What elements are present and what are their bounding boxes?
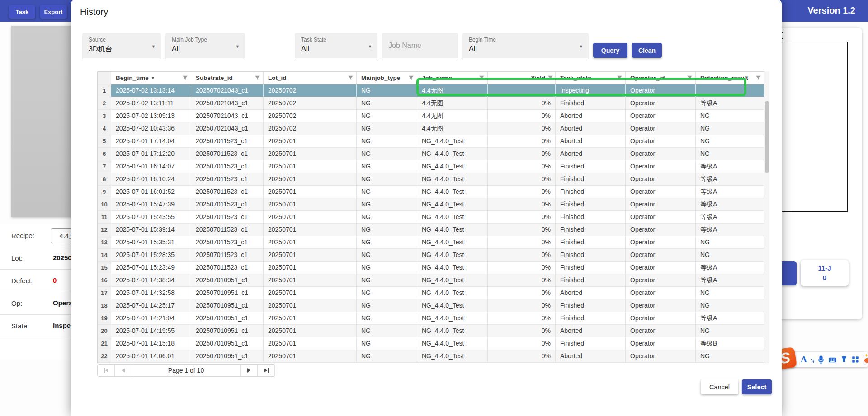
table-row[interactable]: 32025-07-02 13:09:13202507021043_c120250… [98,110,769,122]
job-name-input[interactable] [382,33,458,58]
cell-yield: 0% [488,262,556,274]
column-header-yield[interactable]: Yield [488,72,556,84]
cell-task_state: Aborted [556,287,626,299]
table-row[interactable]: 92025-07-01 16:01:52202507011523_c120250… [98,186,769,198]
task-state-select[interactable]: Task State All ▼ [295,33,377,58]
cell-detection_result: NG [696,325,764,337]
filter-icon[interactable] [479,75,485,81]
cell-job_name: NG_4.4.0_Test [417,337,488,350]
cell-mainjob_type: NG [357,84,417,97]
toolbox-grid-icon[interactable] [851,355,859,364]
cell-lot_id: 20250701 [264,186,357,198]
table-row[interactable]: 22025-07-02 13:11:11202507021043_c120250… [98,97,769,110]
source-select[interactable]: Source 3D机台 ▼ [82,33,161,58]
clean-button[interactable]: Clean [632,43,662,58]
filter-icon[interactable] [408,75,414,81]
table-row[interactable]: 122025-07-01 15:39:14202507011523_c12025… [98,224,769,236]
cell-begin_time: 2025-07-02 13:11:11 [111,97,191,110]
column-header-detection_result[interactable]: Detection_result [696,72,764,84]
cell-operator_id: Operator [626,224,696,236]
query-button[interactable]: Query [593,43,627,58]
filter-icon[interactable] [547,75,553,81]
partial-action-button[interactable] [782,261,797,285]
column-header-begin_time[interactable]: Begin_time▼ [111,72,191,84]
table-row[interactable]: 182025-07-01 14:25:17202507010951_c12025… [98,299,769,312]
begin-time-value: All [469,45,477,53]
first-page-button[interactable] [98,365,115,376]
slot-11j-button[interactable]: 11-J 0 [801,260,849,286]
emoji-blob [864,358,868,363]
cell-substrate_id: 202507021043_c1 [191,84,264,97]
scrollbar-thumb[interactable] [765,101,769,173]
cell-detection_result: NG [696,110,764,122]
source-label: Source [89,37,106,43]
slot-label-line2: 0 [823,274,826,281]
source-value: 3D机台 [89,45,112,54]
microphone-icon[interactable] [817,355,825,364]
column-header-mainjob_type[interactable]: Mainjob_type [357,72,417,84]
skin-icon[interactable] [840,355,848,364]
table-row[interactable]: 112025-07-01 15:43:55202507011523_c12025… [98,211,769,224]
table-row[interactable]: 132025-07-01 15:35:31202507011523_c12025… [98,236,769,249]
table-row[interactable]: 172025-07-01 14:32:58202507010951_c12025… [98,287,769,299]
table-row[interactable]: 72025-07-01 16:14:07202507011523_c120250… [98,160,769,173]
column-header-lot_id[interactable]: Lot_id [264,72,357,84]
column-header-task_state[interactable]: Task_state [556,72,626,84]
column-header-job_name[interactable]: Job_name [417,72,488,84]
table-row[interactable]: 82025-07-01 16:10:24202507011523_c120250… [98,173,769,186]
cell-task_state: Finished [556,97,626,110]
cell-task_state: Finished [556,160,626,173]
select-button[interactable]: Select [742,379,772,394]
emoji-assistant-icon[interactable]: ✦ [863,355,868,365]
cell-mainjob_type: NG [357,299,417,312]
prev-page-button[interactable] [115,365,132,376]
last-page-button[interactable] [258,365,275,376]
table-row[interactable]: 202025-07-01 14:19:55202507010951_c12025… [98,325,769,337]
cell-task_state: Finished [556,262,626,274]
main-job-type-select[interactable]: Main Job Type All ▼ [165,33,245,58]
table-row[interactable]: 62025-07-01 17:12:20202507011523_c120250… [98,148,769,160]
cell-begin_time: 2025-07-01 14:21:04 [111,312,191,325]
task-button[interactable]: Task [9,5,35,19]
cell-substrate_id: 202507011523_c1 [191,249,264,262]
cell-detection_result: 等级B [696,337,764,350]
filter-icon[interactable] [348,75,354,81]
cancel-button[interactable]: Cancel [701,379,738,394]
begin-time-select[interactable]: Begin Time All ▼ [462,33,589,58]
table-row[interactable]: 152025-07-01 15:23:49202507011523_c12025… [98,262,769,274]
filter-icon[interactable] [182,75,188,81]
cell-row-number: 2 [98,97,111,110]
keyboard-icon[interactable] [828,355,837,364]
ime-language-icon[interactable]: A [801,355,807,364]
table-row[interactable]: 142025-07-01 15:28:35202507011523_c12025… [98,249,769,262]
next-page-button[interactable] [241,365,258,376]
table-row[interactable]: 52025-07-01 17:14:04202507011523_c120250… [98,135,769,148]
filter-icon[interactable] [617,75,623,81]
filter-icon[interactable] [687,75,693,81]
export-button[interactable]: Export [40,5,67,19]
table-row[interactable]: 212025-07-01 14:15:18202507010951_c12025… [98,337,769,350]
cell-lot_id: 20250701 [264,325,357,337]
screen: Task Export Version 1.2 Recipe: 4.4无图 Lo… [0,0,868,416]
cell-job_name: NG_4.4.0_Test [417,312,488,325]
cell-task_state: Finished [556,274,626,287]
cell-yield: 0% [488,274,556,287]
column-header-substrate_id[interactable]: Substrate_id [191,72,264,84]
table-row[interactable]: 12025-07-02 13:13:14202507021043_c120250… [98,84,769,97]
state-label: State: [11,322,29,330]
table-row[interactable]: 102025-07-01 15:47:39202507011523_c12025… [98,198,769,211]
filter-icon[interactable] [255,75,260,81]
filter-icon[interactable] [755,75,761,81]
table-row[interactable]: 42025-07-02 10:43:36202507021043_c120250… [98,122,769,135]
cell-detection_result: 等级A [696,198,764,211]
table-scrollbar[interactable] [764,71,769,363]
cell-begin_time: 2025-07-01 14:19:55 [111,325,191,337]
column-header-operator_id[interactable]: Operator_id [626,72,696,84]
cell-task_state: Aborted [556,135,626,148]
table-row[interactable]: 162025-07-01 14:38:34202507010951_c12025… [98,274,769,287]
row-number-header [98,72,111,84]
table-row[interactable]: 222025-07-01 14:06:01202507010951_c12025… [98,350,769,363]
cell-operator_id: Operator [626,198,696,211]
ime-punctuation-icon[interactable]: ·, [810,355,814,364]
table-row[interactable]: 192025-07-01 14:21:04202507010951_c12025… [98,312,769,325]
